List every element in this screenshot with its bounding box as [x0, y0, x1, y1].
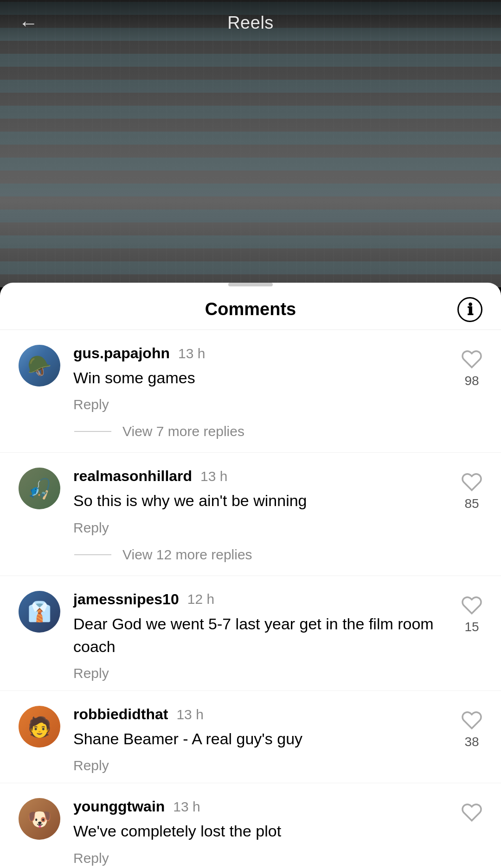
- comment-text: Shane Beamer - A real guy's guy: [73, 728, 448, 750]
- screen-title: Reels: [227, 13, 274, 33]
- comment-meta: jamessnipes10 12 h: [73, 591, 448, 608]
- info-button[interactable]: ℹ: [457, 297, 482, 322]
- comment-text: We've completely lost the plot: [73, 820, 448, 843]
- like-count: 15: [464, 620, 479, 634]
- comment-time: 12 h: [187, 591, 214, 607]
- comments-header: Comments ℹ: [0, 286, 501, 330]
- comment-content: jamessnipes10 12 h Dear God we went 5-7 …: [73, 591, 448, 682]
- like-count: 38: [464, 735, 479, 749]
- heart-icon[interactable]: [461, 348, 482, 370]
- replies-line: [74, 431, 111, 432]
- heart-icon[interactable]: [461, 710, 482, 731]
- comment-time: 13 h: [173, 799, 200, 815]
- like-count: 85: [464, 496, 479, 511]
- top-bar: ← Reels: [0, 0, 501, 40]
- avatar[interactable]: 👔: [19, 591, 60, 633]
- comment-row: 🎣 realmasonhillard 13 h So this is why w…: [0, 453, 501, 545]
- comment-meta: younggtwain 13 h: [73, 798, 448, 815]
- comment-content: gus.papajohn 13 h Win some games Reply: [73, 345, 448, 412]
- comments-sheet: Comments ℹ 🪖 gus.papajohn 13 h Win some …: [0, 283, 501, 868]
- comment-item: 🪖 gus.papajohn 13 h Win some games Reply…: [0, 330, 501, 453]
- comment-username[interactable]: gus.papajohn: [73, 345, 170, 362]
- reply-button[interactable]: Reply: [73, 665, 109, 681]
- comment-meta: robbiedidthat 13 h: [73, 706, 448, 723]
- comment-text: Dear God we went 5-7 last year get in th…: [73, 613, 448, 659]
- comment-row: 🧑 robbiedidthat 13 h Shane Beamer - A re…: [0, 691, 501, 783]
- replies-line: [74, 554, 111, 555]
- comment-row: 👔 jamessnipes10 12 h Dear God we went 5-…: [0, 576, 501, 691]
- avatar[interactable]: 🧑: [19, 706, 60, 748]
- comment-item: 👔 jamessnipes10 12 h Dear God we went 5-…: [0, 576, 501, 691]
- comment-row: 🐶 younggtwain 13 h We've completely lost…: [0, 783, 501, 868]
- comment-username[interactable]: realmasonhillard: [73, 468, 192, 485]
- video-area: ← Reels: [0, 0, 501, 287]
- comment-item: 🧑 robbiedidthat 13 h Shane Beamer - A re…: [0, 691, 501, 783]
- reply-button[interactable]: Reply: [73, 850, 109, 866]
- avatar[interactable]: 🪖: [19, 345, 60, 386]
- view-replies-button[interactable]: View 7 more replies: [122, 424, 244, 439]
- heart-icon[interactable]: [461, 802, 482, 823]
- comment-content: realmasonhillard 13 h So this is why we …: [73, 468, 448, 535]
- comment-time: 13 h: [178, 346, 205, 361]
- like-section: 85: [461, 468, 482, 511]
- comment-meta: gus.papajohn 13 h: [73, 345, 448, 362]
- comment-content: robbiedidthat 13 h Shane Beamer - A real…: [73, 706, 448, 773]
- comments-title: Comments: [205, 299, 296, 319]
- heart-icon[interactable]: [461, 595, 482, 616]
- comment-text: So this is why we ain't be winning: [73, 489, 448, 512]
- heart-icon[interactable]: [461, 471, 482, 493]
- back-button[interactable]: ←: [19, 12, 38, 34]
- like-count: 98: [464, 374, 479, 388]
- like-section: 15: [461, 591, 482, 634]
- view-replies: View 7 more replies: [0, 422, 501, 452]
- comment-username[interactable]: robbiedidthat: [73, 706, 168, 723]
- like-section: 98: [461, 345, 482, 388]
- comment-time: 13 h: [176, 707, 203, 722]
- avatar[interactable]: 🐶: [19, 798, 60, 840]
- comment-item: 🐶 younggtwain 13 h We've completely lost…: [0, 783, 501, 868]
- comment-time: 13 h: [200, 469, 227, 484]
- drag-handle[interactable]: [228, 283, 273, 286]
- like-section: 38: [461, 706, 482, 749]
- avatar[interactable]: 🎣: [19, 468, 60, 509]
- comment-meta: realmasonhillard 13 h: [73, 468, 448, 485]
- comment-item: 🎣 realmasonhillard 13 h So this is why w…: [0, 453, 501, 576]
- view-replies-button[interactable]: View 12 more replies: [122, 547, 252, 563]
- comment-list: 🪖 gus.papajohn 13 h Win some games Reply…: [0, 330, 501, 868]
- stadium-background: [0, 0, 501, 287]
- comment-text: Win some games: [73, 367, 448, 389]
- reply-button[interactable]: Reply: [73, 520, 109, 535]
- comment-username[interactable]: jamessnipes10: [73, 591, 179, 608]
- view-replies: View 12 more replies: [0, 545, 501, 576]
- like-section: [461, 798, 482, 823]
- comment-content: younggtwain 13 h We've completely lost t…: [73, 798, 448, 866]
- reply-button[interactable]: Reply: [73, 758, 109, 773]
- reply-button[interactable]: Reply: [73, 397, 109, 412]
- comment-username[interactable]: younggtwain: [73, 798, 165, 815]
- comment-row: 🪖 gus.papajohn 13 h Win some games Reply…: [0, 330, 501, 422]
